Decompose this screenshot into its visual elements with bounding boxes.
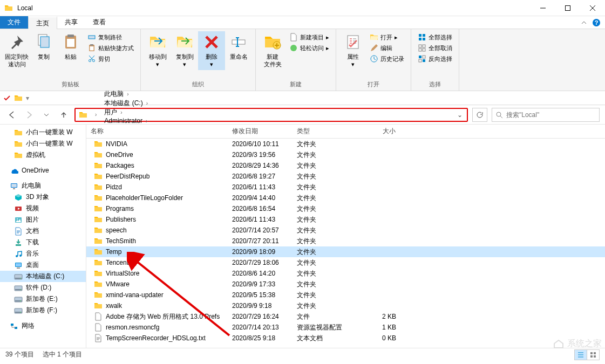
back-button[interactable] xyxy=(5,108,18,121)
tree-item[interactable]: 本地磁盘 (C:) xyxy=(0,271,86,282)
col-date[interactable]: 修改日期 xyxy=(228,125,293,138)
paste-button[interactable]: 粘贴 xyxy=(57,31,84,63)
svg-rect-48 xyxy=(590,355,593,358)
tab-share[interactable]: 共享 xyxy=(57,16,85,29)
list-item[interactable]: VirtualStore2020/8/6 14:20文件夹 xyxy=(86,268,605,279)
col-name[interactable]: 名称 xyxy=(86,125,228,138)
select-all-button[interactable]: 全部选择 xyxy=(417,32,453,42)
check-icon[interactable] xyxy=(3,94,11,102)
nav-bar: › 此电脑›本地磁盘 (C:)›用户›Administrator›AppData… xyxy=(0,105,605,125)
tree-item[interactable]: 3D 对象 xyxy=(0,191,86,203)
paste-shortcut-button[interactable]: 粘贴快捷方式 xyxy=(86,43,135,53)
search-icon xyxy=(495,111,503,119)
tree-item[interactable]: 音乐 xyxy=(0,248,86,259)
file-list[interactable]: 名称 修改日期 类型 大小 NVIDIA2020/6/10 10:11文件夹On… xyxy=(86,125,605,348)
tree-item[interactable]: 软件 (D:) xyxy=(0,282,86,293)
svg-rect-46 xyxy=(590,352,593,354)
breadcrumb-item[interactable]: 此电脑› xyxy=(102,90,153,99)
move-to-button[interactable]: 移动到▾ xyxy=(144,31,171,70)
col-type[interactable]: 类型 xyxy=(293,125,357,138)
svg-rect-49 xyxy=(594,355,596,358)
col-size[interactable]: 大小 xyxy=(357,125,400,138)
pin-button[interactable]: 固定到快 速访问 xyxy=(3,31,30,70)
tree-item[interactable]: OneDrive xyxy=(0,165,86,176)
delete-button[interactable]: 删除▾ xyxy=(198,31,225,70)
list-item[interactable]: Publishers2020/6/1 11:43文件夹 xyxy=(86,214,605,225)
svg-point-45 xyxy=(497,112,501,116)
maximize-button[interactable] xyxy=(555,0,580,16)
nav-tree[interactable]: 小白一键重装 W小白一键重装 W虚拟机OneDrive此电脑3D 对象视频图片文… xyxy=(0,125,86,348)
copy-path-button[interactable]: 复制路径 xyxy=(86,32,135,42)
list-item[interactable]: TempScreenRecorder_HDSLog.txt2020/8/25 9… xyxy=(86,333,605,344)
tree-item[interactable]: 小白一键重装 W xyxy=(0,127,86,138)
tree-item[interactable]: 小白一键重装 W xyxy=(0,138,86,149)
minimize-button[interactable] xyxy=(531,0,555,16)
tree-item[interactable]: 网络 xyxy=(0,320,86,332)
rename-button[interactable]: 重命名 xyxy=(225,31,252,63)
view-details-button[interactable] xyxy=(574,349,587,360)
close-button[interactable] xyxy=(580,0,605,16)
svg-point-35 xyxy=(290,45,297,51)
list-item[interactable]: xmind-vana-updater2020/9/5 15:38文件夹 xyxy=(86,290,605,300)
tree-item[interactable]: 虚拟机 xyxy=(0,149,86,161)
list-item[interactable]: PeerDistRepub2020/6/8 19:27文件夹 xyxy=(86,171,605,182)
breadcrumb-item[interactable]: 用户› xyxy=(102,108,153,117)
svg-rect-44 xyxy=(423,59,425,62)
list-item[interactable]: Adobe 存储为 Web 所用格式 13.0 Prefs2020/7/29 1… xyxy=(86,311,605,322)
folder-quick-icon[interactable] xyxy=(14,94,23,102)
tab-view[interactable]: 查看 xyxy=(85,16,113,29)
forward-button[interactable] xyxy=(23,108,36,121)
list-item[interactable]: Temp2020/9/9 18:09文件夹 xyxy=(86,246,605,257)
tree-item[interactable]: 文档 xyxy=(0,225,86,237)
list-item[interactable]: Tencent2020/7/29 18:06文件夹 xyxy=(86,257,605,268)
tree-item[interactable]: 新加卷 (F:) xyxy=(0,305,86,316)
list-item[interactable]: PlaceholderTileLogoFolder2020/9/4 14:40文… xyxy=(86,193,605,203)
svg-rect-31 xyxy=(566,5,570,10)
copy-to-button[interactable]: 复制到▾ xyxy=(171,31,198,70)
help-icon[interactable]: ? xyxy=(592,18,601,27)
new-folder-button[interactable]: 新建 文件夹 xyxy=(259,31,286,70)
new-item-button[interactable]: 新建项目 ▸ xyxy=(288,32,330,42)
list-item[interactable]: speech2020/7/14 20:57文件夹 xyxy=(86,225,605,236)
tab-home[interactable]: 主页 xyxy=(28,16,57,29)
easy-access-button[interactable]: 轻松访问 ▸ xyxy=(288,43,330,53)
list-item[interactable]: resmon.resmoncfg2020/7/14 20:13资源监视器配置1 … xyxy=(86,322,605,333)
view-icons-button[interactable] xyxy=(587,349,600,360)
search-box[interactable] xyxy=(492,108,600,122)
select-none-button[interactable]: 全部取消 xyxy=(417,43,453,53)
status-item-count: 39 个项目 xyxy=(5,350,34,359)
tree-item[interactable]: 图片 xyxy=(0,214,86,225)
up-button[interactable] xyxy=(57,108,70,121)
tree-item[interactable]: 下载 xyxy=(0,237,86,248)
list-item[interactable]: xwalk2020/9/9 9:18文件夹 xyxy=(86,300,605,311)
breadcrumb-item[interactable]: 本地磁盘 (C:)› xyxy=(102,99,153,108)
open-button[interactable]: 打开 ▸ xyxy=(369,32,405,42)
tree-item[interactable]: 此电脑 xyxy=(0,180,86,191)
edit-button[interactable]: 编辑 xyxy=(369,43,405,53)
list-item[interactable]: TechSmith2020/7/27 20:11文件夹 xyxy=(86,236,605,246)
list-item[interactable]: VMware2020/9/9 17:33文件夹 xyxy=(86,279,605,290)
list-item[interactable]: Pidzd2020/6/1 11:43文件夹 xyxy=(86,182,605,193)
collapse-ribbon-icon[interactable] xyxy=(581,20,587,25)
cut-button[interactable]: 剪切 xyxy=(86,54,135,64)
address-bar[interactable]: › 此电脑›本地磁盘 (C:)›用户›Administrator›AppData… xyxy=(74,108,468,122)
breadcrumb-item[interactable]: Administrator› xyxy=(102,117,153,125)
list-item[interactable]: Programs2020/6/8 16:54文件夹 xyxy=(86,203,605,214)
select-invert-button[interactable]: 反向选择 xyxy=(417,54,453,64)
copy-button[interactable]: 复制 xyxy=(30,31,57,63)
history-button[interactable]: 历史记录 xyxy=(369,54,405,64)
tab-file[interactable]: 文件 xyxy=(0,16,28,29)
refresh-button[interactable] xyxy=(472,108,487,122)
list-item[interactable]: Packages2020/8/29 14:36文件夹 xyxy=(86,160,605,171)
recent-button[interactable] xyxy=(40,108,53,121)
list-item[interactable]: OneDrive2020/9/3 19:56文件夹 xyxy=(86,149,605,160)
tree-item[interactable]: 视频 xyxy=(0,203,86,214)
tree-item[interactable]: 新加卷 (E:) xyxy=(0,293,86,305)
properties-button[interactable]: 属性▾ xyxy=(339,31,366,70)
list-item[interactable]: NVIDIA2020/6/10 10:11文件夹 xyxy=(86,139,605,149)
search-input[interactable] xyxy=(506,111,596,119)
ribbon: 固定到快 速访问 复制 粘贴 复制路径 粘贴快捷方式 剪切 剪贴板 移动到▾ 复… xyxy=(0,29,605,91)
tree-item[interactable]: 桌面 xyxy=(0,259,86,271)
title-bar: Local xyxy=(0,0,605,16)
address-dropdown[interactable]: ⌄ xyxy=(454,111,466,119)
